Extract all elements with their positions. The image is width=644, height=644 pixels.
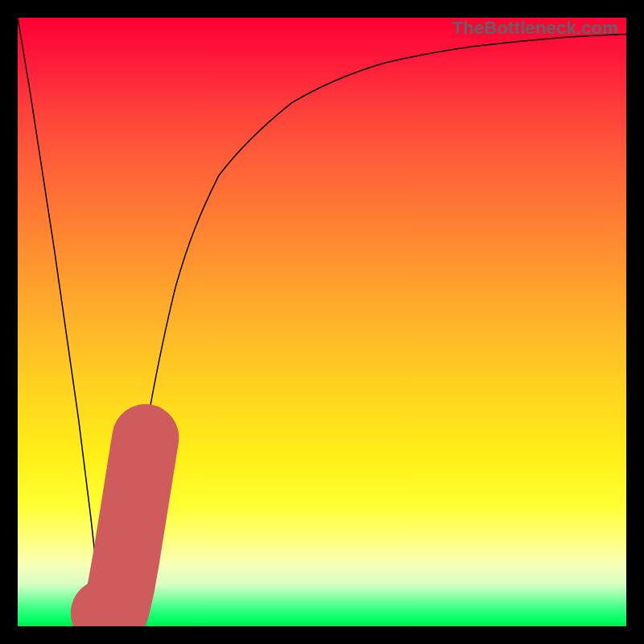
curve-layer xyxy=(18,18,626,626)
chart-frame: TheBottleneck.com xyxy=(0,0,644,644)
watermark-text: TheBottleneck.com xyxy=(452,18,618,39)
highlight-segment xyxy=(104,438,145,619)
plot-area: TheBottleneck.com xyxy=(18,18,626,626)
